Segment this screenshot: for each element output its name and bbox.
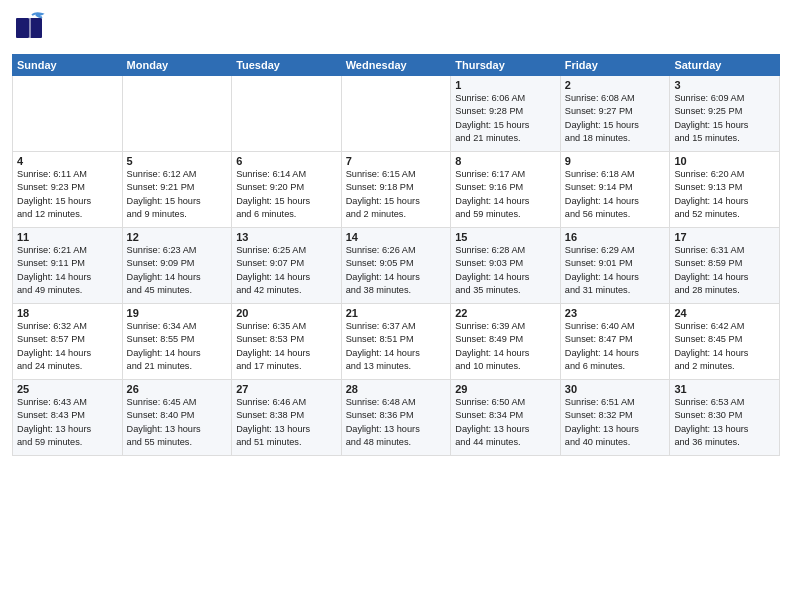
day-number: 4 <box>17 155 118 167</box>
day-cell <box>13 76 123 152</box>
day-number: 17 <box>674 231 775 243</box>
day-cell: 29Sunrise: 6:50 AM Sunset: 8:34 PM Dayli… <box>451 380 561 456</box>
day-cell: 8Sunrise: 6:17 AM Sunset: 9:16 PM Daylig… <box>451 152 561 228</box>
col-header-friday: Friday <box>560 55 670 76</box>
day-number: 22 <box>455 307 556 319</box>
day-number: 26 <box>127 383 228 395</box>
day-cell: 2Sunrise: 6:08 AM Sunset: 9:27 PM Daylig… <box>560 76 670 152</box>
day-info: Sunrise: 6:37 AM Sunset: 8:51 PM Dayligh… <box>346 320 447 373</box>
day-cell: 6Sunrise: 6:14 AM Sunset: 9:20 PM Daylig… <box>232 152 342 228</box>
calendar-table: SundayMondayTuesdayWednesdayThursdayFrid… <box>12 54 780 456</box>
col-header-saturday: Saturday <box>670 55 780 76</box>
day-number: 15 <box>455 231 556 243</box>
day-info: Sunrise: 6:28 AM Sunset: 9:03 PM Dayligh… <box>455 244 556 297</box>
week-row-4: 25Sunrise: 6:43 AM Sunset: 8:43 PM Dayli… <box>13 380 780 456</box>
day-cell: 15Sunrise: 6:28 AM Sunset: 9:03 PM Dayli… <box>451 228 561 304</box>
day-info: Sunrise: 6:48 AM Sunset: 8:36 PM Dayligh… <box>346 396 447 449</box>
week-row-2: 11Sunrise: 6:21 AM Sunset: 9:11 PM Dayli… <box>13 228 780 304</box>
day-cell: 22Sunrise: 6:39 AM Sunset: 8:49 PM Dayli… <box>451 304 561 380</box>
day-cell: 3Sunrise: 6:09 AM Sunset: 9:25 PM Daylig… <box>670 76 780 152</box>
col-header-monday: Monday <box>122 55 232 76</box>
svg-rect-1 <box>16 18 29 38</box>
day-info: Sunrise: 6:29 AM Sunset: 9:01 PM Dayligh… <box>565 244 666 297</box>
day-info: Sunrise: 6:14 AM Sunset: 9:20 PM Dayligh… <box>236 168 337 221</box>
day-info: Sunrise: 6:45 AM Sunset: 8:40 PM Dayligh… <box>127 396 228 449</box>
day-info: Sunrise: 6:08 AM Sunset: 9:27 PM Dayligh… <box>565 92 666 145</box>
day-number: 31 <box>674 383 775 395</box>
day-cell <box>341 76 451 152</box>
day-info: Sunrise: 6:31 AM Sunset: 8:59 PM Dayligh… <box>674 244 775 297</box>
day-number: 12 <box>127 231 228 243</box>
day-cell: 11Sunrise: 6:21 AM Sunset: 9:11 PM Dayli… <box>13 228 123 304</box>
day-info: Sunrise: 6:40 AM Sunset: 8:47 PM Dayligh… <box>565 320 666 373</box>
day-info: Sunrise: 6:26 AM Sunset: 9:05 PM Dayligh… <box>346 244 447 297</box>
day-cell: 9Sunrise: 6:18 AM Sunset: 9:14 PM Daylig… <box>560 152 670 228</box>
day-info: Sunrise: 6:23 AM Sunset: 9:09 PM Dayligh… <box>127 244 228 297</box>
day-cell: 28Sunrise: 6:48 AM Sunset: 8:36 PM Dayli… <box>341 380 451 456</box>
day-info: Sunrise: 6:34 AM Sunset: 8:55 PM Dayligh… <box>127 320 228 373</box>
day-cell: 25Sunrise: 6:43 AM Sunset: 8:43 PM Dayli… <box>13 380 123 456</box>
day-info: Sunrise: 6:11 AM Sunset: 9:23 PM Dayligh… <box>17 168 118 221</box>
day-cell: 5Sunrise: 6:12 AM Sunset: 9:21 PM Daylig… <box>122 152 232 228</box>
day-number: 7 <box>346 155 447 167</box>
day-cell: 7Sunrise: 6:15 AM Sunset: 9:18 PM Daylig… <box>341 152 451 228</box>
day-number: 21 <box>346 307 447 319</box>
day-info: Sunrise: 6:09 AM Sunset: 9:25 PM Dayligh… <box>674 92 775 145</box>
day-info: Sunrise: 6:20 AM Sunset: 9:13 PM Dayligh… <box>674 168 775 221</box>
day-number: 9 <box>565 155 666 167</box>
day-number: 18 <box>17 307 118 319</box>
day-info: Sunrise: 6:46 AM Sunset: 8:38 PM Dayligh… <box>236 396 337 449</box>
day-number: 20 <box>236 307 337 319</box>
day-cell: 10Sunrise: 6:20 AM Sunset: 9:13 PM Dayli… <box>670 152 780 228</box>
day-cell: 18Sunrise: 6:32 AM Sunset: 8:57 PM Dayli… <box>13 304 123 380</box>
day-info: Sunrise: 6:39 AM Sunset: 8:49 PM Dayligh… <box>455 320 556 373</box>
day-number: 3 <box>674 79 775 91</box>
day-cell: 20Sunrise: 6:35 AM Sunset: 8:53 PM Dayli… <box>232 304 342 380</box>
day-number: 11 <box>17 231 118 243</box>
day-number: 10 <box>674 155 775 167</box>
day-cell: 17Sunrise: 6:31 AM Sunset: 8:59 PM Dayli… <box>670 228 780 304</box>
day-cell: 13Sunrise: 6:25 AM Sunset: 9:07 PM Dayli… <box>232 228 342 304</box>
day-info: Sunrise: 6:15 AM Sunset: 9:18 PM Dayligh… <box>346 168 447 221</box>
day-cell: 23Sunrise: 6:40 AM Sunset: 8:47 PM Dayli… <box>560 304 670 380</box>
day-info: Sunrise: 6:25 AM Sunset: 9:07 PM Dayligh… <box>236 244 337 297</box>
day-info: Sunrise: 6:50 AM Sunset: 8:34 PM Dayligh… <box>455 396 556 449</box>
day-number: 28 <box>346 383 447 395</box>
day-cell: 30Sunrise: 6:51 AM Sunset: 8:32 PM Dayli… <box>560 380 670 456</box>
day-info: Sunrise: 6:32 AM Sunset: 8:57 PM Dayligh… <box>17 320 118 373</box>
day-cell: 24Sunrise: 6:42 AM Sunset: 8:45 PM Dayli… <box>670 304 780 380</box>
day-info: Sunrise: 6:18 AM Sunset: 9:14 PM Dayligh… <box>565 168 666 221</box>
day-cell: 26Sunrise: 6:45 AM Sunset: 8:40 PM Dayli… <box>122 380 232 456</box>
day-number: 6 <box>236 155 337 167</box>
day-number: 1 <box>455 79 556 91</box>
day-cell: 14Sunrise: 6:26 AM Sunset: 9:05 PM Dayli… <box>341 228 451 304</box>
logo-icon <box>12 10 48 46</box>
day-cell: 19Sunrise: 6:34 AM Sunset: 8:55 PM Dayli… <box>122 304 232 380</box>
col-header-thursday: Thursday <box>451 55 561 76</box>
day-number: 29 <box>455 383 556 395</box>
day-cell: 12Sunrise: 6:23 AM Sunset: 9:09 PM Dayli… <box>122 228 232 304</box>
header-row: SundayMondayTuesdayWednesdayThursdayFrid… <box>13 55 780 76</box>
svg-rect-2 <box>29 18 42 38</box>
page: SundayMondayTuesdayWednesdayThursdayFrid… <box>0 0 792 612</box>
day-cell: 21Sunrise: 6:37 AM Sunset: 8:51 PM Dayli… <box>341 304 451 380</box>
day-info: Sunrise: 6:35 AM Sunset: 8:53 PM Dayligh… <box>236 320 337 373</box>
col-header-tuesday: Tuesday <box>232 55 342 76</box>
day-cell <box>232 76 342 152</box>
day-number: 27 <box>236 383 337 395</box>
day-number: 13 <box>236 231 337 243</box>
logo <box>12 10 52 46</box>
day-info: Sunrise: 6:21 AM Sunset: 9:11 PM Dayligh… <box>17 244 118 297</box>
col-header-wednesday: Wednesday <box>341 55 451 76</box>
col-header-sunday: Sunday <box>13 55 123 76</box>
day-number: 19 <box>127 307 228 319</box>
week-row-0: 1Sunrise: 6:06 AM Sunset: 9:28 PM Daylig… <box>13 76 780 152</box>
day-number: 5 <box>127 155 228 167</box>
day-number: 30 <box>565 383 666 395</box>
day-info: Sunrise: 6:42 AM Sunset: 8:45 PM Dayligh… <box>674 320 775 373</box>
day-number: 23 <box>565 307 666 319</box>
day-number: 24 <box>674 307 775 319</box>
header <box>12 10 780 46</box>
day-number: 8 <box>455 155 556 167</box>
week-row-3: 18Sunrise: 6:32 AM Sunset: 8:57 PM Dayli… <box>13 304 780 380</box>
